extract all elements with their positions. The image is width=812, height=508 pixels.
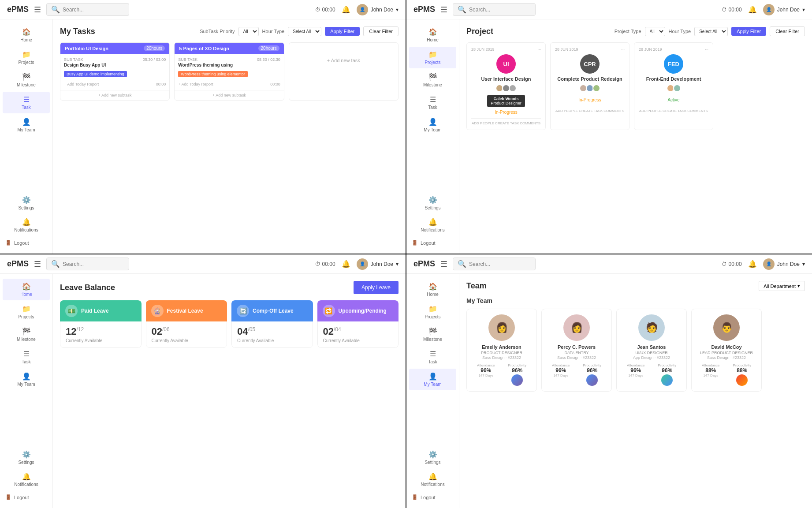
create-task-3[interactable]: CREATE TASK [663,109,686,113]
team-title: Team [466,281,487,291]
sidebar-item-projects-3[interactable]: 📁 Projects [3,301,50,323]
logout-button-2[interactable]: 🚪 Logout [406,236,459,249]
festival-leave-icon: 🎡 [151,305,164,317]
create-task-2[interactable]: CREATE TASK [579,109,603,113]
user-menu-4[interactable]: 👤 John Doe ▾ [763,258,805,270]
chevron-down-icon-2: ▾ [802,7,805,13]
task-icon: ☰ [23,95,30,104]
add-people-1[interactable]: ADD PEOPLE [472,121,494,125]
more-icon-2[interactable]: ··· [621,47,625,52]
team-member-1: 👩 Emelly Anderson PRODUCT DESIGNER Sass … [466,309,537,392]
sidebar-item-milestone-4[interactable]: 🏁 Milestone [409,324,456,345]
sidebar-item-task[interactable]: ☰ Task [3,92,50,113]
projects-clear-btn[interactable]: Clear Filter [770,26,805,36]
project-status-3: Active [639,97,708,102]
apply-leave-button[interactable]: Apply Leave [354,281,399,294]
sidebar-item-home-3[interactable]: 🏠 Home [3,279,50,300]
clear-filter-button[interactable]: Clear Filter [363,26,399,36]
sidebar-item-milestone[interactable]: 🏁 Milestone [3,69,50,91]
notification-icon[interactable]: 🔔 [342,5,350,14]
app-logo-4: ePMS [413,259,435,269]
hamburger-menu-4[interactable]: ☰ [440,259,447,269]
search-input-2[interactable] [469,7,531,13]
paid-leave-icon: 💵 [65,305,78,317]
sidebar-item-myteam-3[interactable]: 👤 My Team [3,369,50,390]
sidebar-item-home[interactable]: 🏠 Home [3,24,50,46]
sidebar-item-settings-4[interactable]: ⚙️ Settings [409,447,456,468]
sidebar-item-milestone-3[interactable]: 🏁 Milestone [3,324,50,345]
user-menu-2[interactable]: 👤 John Doe ▾ [763,4,805,15]
subtask-priority-select[interactable]: All [238,27,259,36]
logout-button-4[interactable]: 🚪 Logout [406,491,459,504]
create-task-1[interactable]: CREATE TASK [495,121,519,125]
comments-2[interactable]: COMMENTS [603,109,624,113]
search-input[interactable] [63,7,124,13]
sidebar-item-task-3[interactable]: ☰ Task [3,346,50,368]
sidebar-item-settings-3[interactable]: ⚙️ Settings [3,447,50,468]
sidebar-item-projects-2[interactable]: 📁 Projects [409,47,456,68]
comments-1[interactable]: COMMENTS [520,121,540,125]
add-people-2[interactable]: ADD PEOPLE [555,109,578,113]
sidebar-item-projects-4[interactable]: 📁 Projects [409,301,456,323]
sidebar-item-milestone-2[interactable]: 🏁 Milestone [409,69,456,91]
sidebar-item-notifications-4[interactable]: 🔔 Notifications [409,469,456,490]
paid-leave-count: 12/12 [66,326,136,337]
notification-icon-3[interactable]: 🔔 [342,260,350,268]
add-people-3[interactable]: ADD PEOPLE [639,109,662,113]
projects-grid: 28 JUN 2019 ··· UI User Interface Design [466,42,805,130]
sidebar-item-myteam[interactable]: 👤 My Team [3,114,50,136]
hour-type-select[interactable]: Select All [288,27,321,36]
notifications-icon-4: 🔔 [428,472,437,481]
sidebar-item-myteam-2[interactable]: 👤 My Team [409,114,456,136]
search-bar-3[interactable]: 🔍 [46,258,129,270]
department-filter[interactable]: All Department ▾ [759,281,805,291]
hamburger-menu[interactable]: ☰ [34,5,41,15]
home-icon-4: 🏠 [428,282,437,291]
search-bar[interactable]: 🔍 [46,3,129,16]
sidebar-item-projects[interactable]: 📁 Projects [3,47,50,68]
add-new-task-btn[interactable]: + Add new task [289,43,398,78]
sidebar-item-notifications-3[interactable]: 🔔 Notifications [3,469,50,490]
chevron-down-icon-4: ▾ [802,261,805,267]
search-bar-4[interactable]: 🔍 [453,258,536,270]
add-subtask-btn-1[interactable]: + Add new subtask [60,90,169,100]
search-icon-4: 🔍 [458,260,466,268]
time-display: ⏱ 00:00 [315,7,335,13]
milestone-icon-3: 🏁 [22,327,31,336]
comments-3[interactable]: COMMENTS [687,109,708,113]
sidebar-item-notifications[interactable]: 🔔 Notifications [3,214,50,236]
sidebar-item-notifications-2[interactable]: 🔔 Notifications [409,214,456,236]
productivity-circle-3 [661,374,673,386]
search-input-4[interactable] [469,261,531,267]
myteam-icon-2: 👤 [428,118,437,126]
sidebar-item-task-4[interactable]: ☰ Task [409,346,456,368]
compoff-leave-icon: 🔄 [237,305,249,317]
projects-content: Project Project Type All Hour Type Selec… [459,19,812,254]
user-menu-3[interactable]: 👤 John Doe ▾ [357,258,399,270]
logout-icon-2: 🚪 [412,240,418,246]
project-hour-type-select[interactable]: Select All [694,27,728,36]
notification-icon-2[interactable]: 🔔 [748,5,757,14]
more-icon-3[interactable]: ··· [705,47,708,52]
sidebar-item-settings[interactable]: ⚙️ Settings [3,192,50,214]
sidebar-item-task-2[interactable]: ☰ Task [409,92,456,113]
user-menu[interactable]: 👤 John Doe ▾ [357,4,399,15]
sidebar-item-home-4[interactable]: 🏠 Home [409,279,456,300]
logout-button[interactable]: 🚪 Logout [0,236,52,249]
apply-filter-button[interactable]: Apply Filter [325,27,360,36]
search-input-3[interactable] [63,261,124,267]
hamburger-menu-3[interactable]: ☰ [34,259,41,269]
sidebar-item-home-2[interactable]: 🏠 Home [409,24,456,46]
logout-button-3[interactable]: 🚪 Logout [0,491,52,504]
hamburger-menu-2[interactable]: ☰ [440,5,447,15]
projects-apply-btn[interactable]: Apply Filter [731,27,766,36]
productivity-circle-4 [736,374,748,386]
notification-icon-4[interactable]: 🔔 [748,260,757,268]
search-bar-2[interactable]: 🔍 [453,3,536,16]
my-team-subtitle: My Team [466,297,805,304]
sidebar-item-myteam-4[interactable]: 👤 My Team [409,369,456,390]
sidebar-item-settings-2[interactable]: ⚙️ Settings [409,192,456,214]
project-type-select[interactable]: All [645,27,665,36]
more-icon-1[interactable]: ··· [537,47,541,52]
add-subtask-btn-2[interactable]: + Add new subtask [175,90,283,100]
